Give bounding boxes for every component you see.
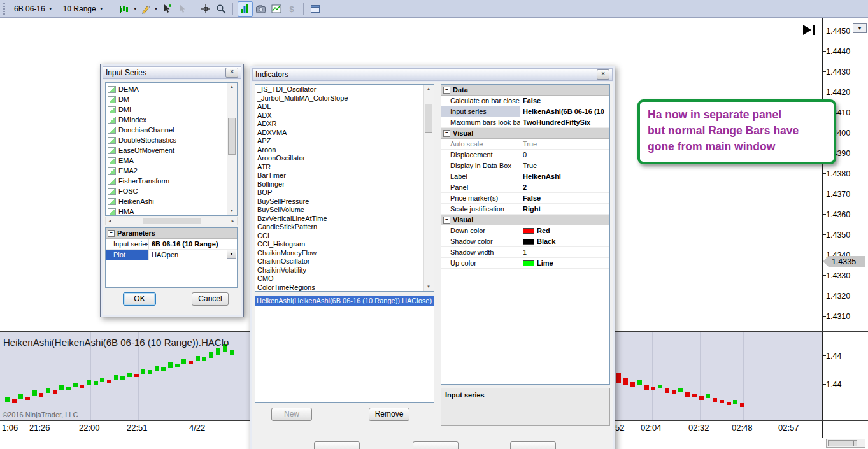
indicator-item[interactable]: ColorTimeRegions xyxy=(255,283,434,292)
property-section-header[interactable]: −Visual xyxy=(441,128,609,139)
input-series-item[interactable]: DEMA xyxy=(106,84,237,94)
dollar-icon[interactable]: $ xyxy=(285,2,299,16)
input-series-item[interactable]: EMA xyxy=(106,155,237,166)
indicator-item[interactable]: ATR xyxy=(255,163,434,172)
indicator-item[interactable]: ChaikinMoneyFlow xyxy=(255,249,434,258)
indicator-item[interactable]: ADXVMA xyxy=(255,129,434,138)
collapse-icon[interactable]: − xyxy=(443,130,450,137)
collapse-icon[interactable]: − xyxy=(443,217,450,224)
indicator-item[interactable]: Aroon xyxy=(255,146,434,155)
scrollbar-thumb[interactable] xyxy=(425,104,432,133)
camera-icon[interactable] xyxy=(254,2,268,16)
new-panel-icon[interactable] xyxy=(308,2,322,16)
horizontal-scrollbar[interactable]: ◄ ► xyxy=(105,217,238,225)
property-row[interactable]: Display in Data BoxTrue xyxy=(441,160,609,171)
vertical-scrollbar[interactable]: ▲ ▼ xyxy=(423,85,434,291)
partial-button[interactable] xyxy=(314,441,360,449)
indicator-item[interactable]: ADXR xyxy=(255,120,434,129)
scroll-down-icon[interactable]: ▼ xyxy=(227,207,236,215)
indicator-item[interactable]: BuySellPressure xyxy=(255,197,434,206)
close-icon[interactable]: ✕ xyxy=(597,69,609,80)
pointer-disabled-icon[interactable] xyxy=(175,2,189,16)
property-row[interactable]: Panel2 xyxy=(441,182,609,193)
input-series-item[interactable]: HeikenAshi xyxy=(106,196,237,206)
close-icon[interactable]: ✕ xyxy=(225,68,238,78)
configured-indicator-item[interactable]: HeikenAshi(HeikenAshi(6B 06-16 (10 Range… xyxy=(255,296,434,306)
go-to-end-icon[interactable] xyxy=(803,25,815,35)
input-series-item[interactable]: FisherTransform xyxy=(106,176,237,186)
indicator-item[interactable]: BzvVerticalLineAtTime xyxy=(255,215,434,224)
scroll-right-icon[interactable]: ► xyxy=(229,217,237,225)
property-row[interactable]: Input seriesHeikenAshi(6B 06-16 (10 xyxy=(441,106,609,117)
zoom-icon[interactable] xyxy=(214,2,228,16)
dialog-titlebar[interactable]: Indicators ✕ xyxy=(252,68,613,81)
remove-button[interactable]: Remove xyxy=(369,408,409,421)
input-series-item[interactable]: DMI xyxy=(106,104,237,115)
pointer-add-icon[interactable] xyxy=(160,2,174,16)
input-series-item[interactable]: EMA2 xyxy=(106,166,237,176)
parameter-row[interactable]: PlotHAOpen▼ xyxy=(106,250,237,260)
chart-image-icon[interactable] xyxy=(269,2,283,16)
property-section-header[interactable]: −Data xyxy=(441,85,609,96)
input-series-item[interactable]: FOSC xyxy=(106,186,237,196)
scroll-left-icon[interactable]: ◄ xyxy=(106,217,114,225)
scrollbar-thumb[interactable] xyxy=(828,440,857,446)
vertical-scrollbar[interactable]: ▲ ▼ xyxy=(227,83,237,215)
property-row[interactable]: Shadow colorBlack xyxy=(441,236,609,247)
parameters-header[interactable]: − Parameters xyxy=(106,228,237,239)
indicator-item[interactable]: APZ xyxy=(255,137,434,146)
parameter-row[interactable]: Input series6B 06-16 (10 Range) xyxy=(106,239,237,250)
property-row[interactable]: Auto scaleTrue xyxy=(441,139,609,150)
scroll-up-icon[interactable]: ▲ xyxy=(227,83,236,91)
indicator-item[interactable]: ADL xyxy=(255,103,434,111)
scrollbar-thumb[interactable] xyxy=(143,218,201,224)
property-row[interactable]: Displacement0 xyxy=(441,150,609,160)
indicator-item[interactable]: CCI_Histogram xyxy=(255,240,434,249)
property-row[interactable]: Price marker(s)False xyxy=(441,193,609,204)
input-series-item[interactable]: DonchianChannel xyxy=(106,125,237,135)
indicator-item[interactable]: BuySellVolume xyxy=(255,206,434,215)
indicator-item[interactable]: CMO xyxy=(255,274,434,283)
indicator-item[interactable]: BOP xyxy=(255,189,434,197)
indicator-item[interactable]: ChaikinVolatility xyxy=(255,266,434,275)
draw-tools-icon[interactable] xyxy=(139,2,153,16)
property-section-header[interactable]: −Visual xyxy=(441,215,609,225)
property-row[interactable]: Scale justificationRight xyxy=(441,204,609,215)
scrollbar-thumb[interactable] xyxy=(228,118,236,155)
indicator-item[interactable]: BarTimer xyxy=(255,171,434,180)
crosshair-icon[interactable] xyxy=(199,2,213,16)
property-row[interactable]: Up colorLime xyxy=(441,258,609,269)
partial-button[interactable] xyxy=(510,441,556,449)
chart-style-icon[interactable] xyxy=(238,1,253,17)
scroll-up-icon[interactable]: ▲ xyxy=(424,85,433,93)
period-dropdown[interactable]: 10 Range ▼ xyxy=(59,3,108,15)
collapse-icon[interactable]: − xyxy=(108,230,115,237)
new-button[interactable]: New xyxy=(271,408,312,421)
indicator-item[interactable]: CCI xyxy=(255,232,434,241)
input-series-item[interactable]: HMA xyxy=(106,206,237,216)
dropdown-button[interactable]: ▼ xyxy=(227,250,236,259)
input-series-item[interactable]: EaseOfMovement xyxy=(106,145,237,155)
indicator-item[interactable]: CandleStickPattern xyxy=(255,223,434,232)
axis-dropdown-button[interactable]: ▼ xyxy=(853,23,867,33)
property-row[interactable]: Calculate on bar closeFalse xyxy=(441,96,609,106)
chevron-down-icon[interactable]: ▼ xyxy=(133,6,138,11)
input-series-item[interactable]: DoubleStochastics xyxy=(106,135,237,145)
partial-button[interactable] xyxy=(413,441,459,449)
candlestick-chart-icon[interactable] xyxy=(118,2,132,16)
property-row[interactable]: Shadow width1 xyxy=(441,247,609,258)
indicator-item[interactable]: _IS_TDI_Oscillator xyxy=(255,85,434,94)
property-row[interactable]: LabelHeikenAshi xyxy=(441,171,609,182)
indicator-item[interactable]: ADX xyxy=(255,111,434,120)
instrument-dropdown[interactable]: 6B 06-16 ▼ xyxy=(10,3,57,15)
property-row[interactable]: Maximum bars look baTwoHundredFiftySix xyxy=(441,117,609,128)
horizontal-scrollbar[interactable] xyxy=(826,439,865,448)
toolbar-grip[interactable] xyxy=(3,3,5,15)
ok-button[interactable]: OK xyxy=(123,292,156,306)
collapse-icon[interactable]: − xyxy=(443,87,450,94)
dialog-titlebar[interactable]: Input Series ✕ xyxy=(103,66,241,79)
chevron-down-icon[interactable]: ▼ xyxy=(154,6,159,11)
input-series-item[interactable]: DM xyxy=(106,94,237,104)
scroll-down-icon[interactable]: ▼ xyxy=(424,283,433,291)
property-row[interactable]: Down colorRed xyxy=(441,225,609,236)
